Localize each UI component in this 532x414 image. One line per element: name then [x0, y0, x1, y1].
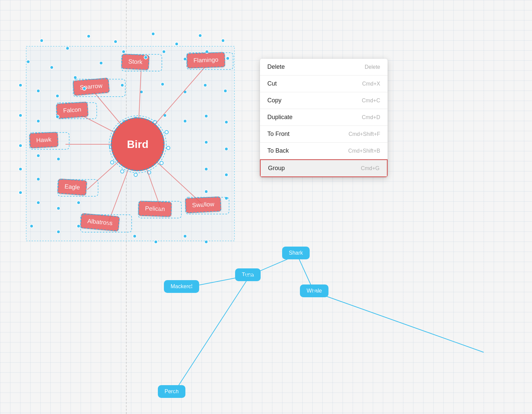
handle-dot — [18, 167, 23, 171]
menu-item-shortcut: Cmd+C — [362, 98, 380, 104]
handle-dot — [114, 40, 118, 44]
falcon-node[interactable]: Falcon — [56, 102, 89, 119]
handle-dot — [204, 240, 208, 244]
handle-dot — [55, 94, 59, 98]
handle-dot — [87, 34, 91, 38]
menu-item-label: Cut — [267, 80, 277, 87]
handle-dot — [183, 57, 187, 61]
handle-dot — [133, 234, 137, 238]
handle-dot — [77, 201, 81, 205]
handle-dot — [36, 89, 40, 93]
handle-dot — [26, 60, 30, 64]
handle-dot — [77, 224, 81, 228]
bird-handle — [120, 169, 124, 173]
eagle-node[interactable]: Eagle — [57, 178, 87, 196]
menu-item-label: To Back — [267, 147, 289, 154]
handle-dot — [175, 42, 179, 46]
menu-item-shortcut: Delete — [365, 64, 380, 70]
handle-dot — [204, 140, 208, 144]
handle-dot — [56, 206, 60, 210]
mackerel-node[interactable]: Mackerel — [164, 280, 199, 293]
context-menu-item-to-front[interactable]: To FrontCmd+Shift+F — [260, 126, 388, 143]
handle-dot — [205, 50, 209, 54]
handle-dot — [56, 157, 60, 161]
handle-dot — [36, 201, 40, 205]
menu-item-label: Duplicate — [267, 114, 293, 121]
handle-dot — [82, 87, 86, 91]
handle-dot — [163, 113, 167, 117]
swallow-node[interactable]: Swallow — [185, 196, 221, 213]
sparrow-node[interactable]: Sparrow — [73, 77, 110, 96]
handle-dot — [183, 119, 187, 123]
handle-dot — [36, 119, 40, 123]
handle-dot — [36, 154, 40, 158]
handle-dot — [223, 89, 227, 93]
handle-dot — [65, 46, 70, 50]
handle-dot — [40, 39, 44, 43]
context-menu-item-cut[interactable]: CutCmd+X — [260, 75, 388, 92]
handle-dot — [18, 83, 23, 87]
handle-dot — [183, 90, 187, 94]
pelican-node[interactable]: Pelican — [138, 201, 172, 217]
bird-handle — [147, 170, 151, 174]
handle-dot — [151, 32, 155, 36]
menu-item-label: Group — [268, 165, 285, 172]
handle-dot — [204, 167, 208, 171]
bird-node[interactable]: Bird — [111, 117, 165, 171]
handle-dot — [122, 50, 126, 54]
handle-dot — [162, 50, 166, 54]
handle-dot — [18, 191, 23, 195]
handle-dot — [30, 224, 34, 228]
handle-dot — [56, 230, 60, 234]
handle-dot — [198, 34, 202, 38]
bird-handle — [166, 146, 170, 150]
handle-dot — [183, 234, 187, 238]
handle-dot — [204, 114, 208, 118]
whale-node[interactable]: Whale — [300, 284, 328, 297]
handle-dot — [204, 190, 208, 194]
hawk-node[interactable]: Hawk — [29, 132, 58, 148]
perch-node[interactable]: Perch — [158, 385, 185, 398]
context-menu-item-group[interactable]: GroupCmd+G — [260, 159, 388, 177]
handle-dot — [224, 196, 228, 200]
menu-item-shortcut: Cmd+Shift+B — [348, 148, 380, 154]
handle-dot — [36, 177, 40, 181]
context-menu-item-delete[interactable]: DeleteDelete — [260, 59, 388, 75]
context-menu-item-to-back[interactable]: To BackCmd+Shift+B — [260, 143, 388, 159]
context-menu-item-duplicate[interactable]: DuplicateCmd+D — [260, 109, 388, 126]
bird-label: Bird — [127, 138, 148, 151]
menu-item-label: Delete — [267, 63, 285, 70]
bird-handle — [160, 161, 164, 165]
handle-dot — [161, 82, 165, 86]
shark-node[interactable]: Shark — [282, 247, 310, 259]
handle-dot — [55, 115, 59, 119]
handle-dot — [224, 173, 228, 177]
menu-item-shortcut: Cmd+G — [361, 165, 380, 171]
handle-dot — [18, 144, 23, 148]
handle-dot — [144, 55, 148, 59]
handle-dot — [154, 240, 158, 244]
handle-dot — [99, 61, 103, 65]
flamingo-node[interactable]: Flamingo — [186, 52, 225, 68]
menu-item-label: To Front — [267, 131, 290, 138]
menu-item-shortcut: Cmd+D — [362, 114, 380, 120]
context-menu-item-copy[interactable]: CopyCmd+C — [260, 92, 388, 109]
handle-dot — [224, 147, 228, 151]
handle-dot — [73, 75, 77, 80]
menu-item-shortcut: Cmd+X — [362, 81, 380, 87]
menu-item-label: Copy — [267, 97, 281, 104]
handle-dot — [221, 39, 225, 43]
bird-handle — [165, 130, 169, 134]
handle-dot — [120, 83, 124, 87]
handle-dot — [18, 113, 23, 117]
handle-dot — [139, 90, 143, 94]
handle-dot — [224, 120, 228, 124]
menu-item-shortcut: Cmd+Shift+F — [349, 131, 380, 137]
bird-handle — [110, 160, 114, 164]
handle-dot — [226, 56, 230, 60]
bird-handle — [134, 173, 138, 177]
context-menu: DeleteDeleteCutCmd+XCopyCmd+CDuplicateCm… — [260, 59, 388, 177]
handle-dot — [203, 83, 207, 87]
tuna-node[interactable]: Tuna — [235, 268, 261, 281]
handle-dot — [50, 65, 54, 69]
